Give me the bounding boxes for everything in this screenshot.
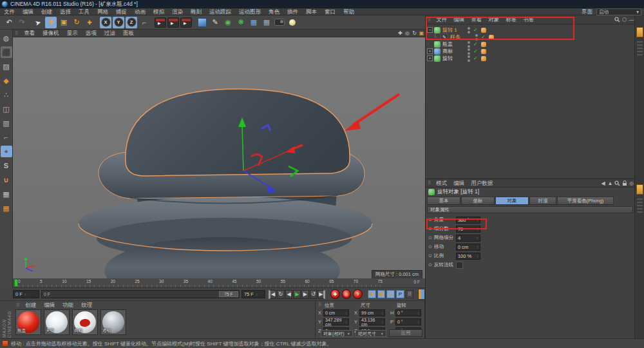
menubar-item[interactable]: 选择 — [56, 8, 75, 15]
stepper-icon[interactable]: ↕ — [417, 320, 419, 324]
object-row[interactable]: + 商标 ✓ — [427, 48, 633, 55]
playhead[interactable] — [14, 279, 18, 287]
enabled-check-icon[interactable]: ✓ — [473, 41, 478, 47]
visibility-dots-icon[interactable] — [475, 34, 478, 41]
key-dot-icon[interactable]: ⊙ — [428, 262, 432, 267]
add-environment-button[interactable]: ▦ — [261, 17, 272, 28]
viewport-menu-item[interactable]: 显示 — [63, 30, 82, 37]
lock-icon[interactable] — [621, 180, 628, 187]
menubar-item[interactable]: 窗口 — [321, 8, 339, 15]
mesh-subdivision-field[interactable]: 4↕ — [456, 235, 480, 242]
phong-tag-icon[interactable] — [489, 35, 494, 40]
object-axis-mode-button[interactable]: ⌐ — [1, 131, 12, 143]
stepper-icon[interactable]: ↕ — [345, 311, 347, 315]
key-scale-toggle[interactable]: ▣ — [377, 290, 386, 298]
magnet-tool-button[interactable]: ∪ — [1, 174, 12, 186]
timeline-ruler[interactable]: 051015202530354045505560657075 0 F — [13, 278, 425, 288]
range-end-handle[interactable]: 75 F — [219, 291, 238, 297]
stepper-icon[interactable]: ↕ — [477, 236, 478, 240]
key-parameter-toggle[interactable]: P — [396, 290, 404, 298]
object-manager-menu-item[interactable]: 查看 — [468, 16, 485, 23]
visibility-dots-icon[interactable] — [467, 27, 471, 34]
object-manager-menu-item[interactable]: 文件 — [433, 16, 450, 23]
material-menu-item[interactable]: 功能 — [59, 302, 77, 309]
expand-expander-icon[interactable]: + — [427, 55, 433, 61]
visibility-dots-icon[interactable] — [467, 55, 471, 62]
live-selection-tool[interactable]: ➤ — [31, 15, 45, 29]
toggle-view-icon[interactable]: ▣ — [418, 30, 425, 37]
menubar-item[interactable]: 插件 — [283, 8, 302, 15]
menubar-item[interactable]: 帮助 — [339, 8, 358, 15]
viewport-menu-item[interactable]: 面板 — [119, 30, 138, 37]
coordinate-system-toggle[interactable]: ⌐ — [138, 17, 150, 28]
content-browser-tab-icon[interactable] — [636, 27, 643, 37]
tab-caps[interactable]: 封顶 — [529, 197, 556, 205]
object-row[interactable]: + 旋转 ✓ — [427, 55, 633, 62]
viewport-menu-item[interactable]: 摄像机 — [39, 30, 63, 37]
stepper-icon[interactable]: ↕ — [381, 311, 383, 315]
search-icon[interactable] — [614, 16, 621, 23]
material-menu-item[interactable]: 编辑 — [40, 302, 59, 309]
menubar-item[interactable]: 动画 — [131, 8, 149, 15]
enabled-check-icon[interactable]: ✓ — [473, 55, 478, 61]
layout-select[interactable]: 启动 ▾ — [596, 8, 641, 15]
apply-button[interactable]: 应用 — [389, 329, 422, 337]
material-item[interactable]: 天空 — [44, 309, 70, 335]
stepper-icon[interactable]: ↕ — [345, 320, 347, 324]
material-menu-item[interactable]: 创建 — [21, 302, 40, 309]
timeline-palette-icon[interactable] — [418, 289, 425, 300]
object-row[interactable]: · 瓶盖 ✓ — [427, 41, 633, 48]
viewport-menu-item[interactable]: 查看 — [20, 30, 39, 37]
object-manager-menu-item[interactable]: 书签 — [520, 16, 537, 23]
polygons-mode-button[interactable]: ▥ — [1, 117, 12, 129]
material-item[interactable]: 透明 — [100, 309, 126, 335]
coord-mode-dropdown[interactable]: 对象(相对)▼ — [321, 330, 353, 337]
menubar-item[interactable]: 编辑 — [19, 8, 37, 15]
go-to-end-button[interactable]: ▶ — [317, 290, 325, 299]
cycle-button[interactable]: ↺ — [310, 290, 317, 299]
stepper-icon[interactable]: ↕ — [477, 218, 478, 222]
stepper-icon[interactable]: ↕ — [417, 311, 419, 315]
menubar-item[interactable]: 运动跟踪 — [205, 8, 235, 15]
structure-tab-icon[interactable] — [636, 184, 643, 195]
last-tool-crosshair[interactable]: ✚ — [84, 17, 95, 28]
axis-y-toggle[interactable]: Y — [113, 17, 124, 28]
keyframe-selection-button[interactable]: ? — [353, 289, 363, 299]
record-keyframe-button[interactable]: ✚ — [330, 289, 340, 299]
key-dot-icon[interactable]: ⊙ — [428, 235, 432, 240]
attribute-manager-menu-item[interactable]: 编辑 — [450, 180, 468, 187]
stepper-icon[interactable]: ↕ — [477, 254, 478, 258]
movement-field[interactable]: 0 cm↕ — [456, 244, 480, 251]
axis-z-toggle[interactable]: Z — [126, 17, 137, 28]
phong-tag-icon[interactable] — [481, 56, 486, 61]
tab-basic[interactable]: 基本 — [427, 197, 460, 205]
position-x-field[interactable]: 0 cm↕ — [323, 309, 349, 316]
add-camera-button[interactable] — [274, 17, 285, 28]
key-rotation-toggle[interactable]: ↻ — [386, 290, 395, 298]
phong-tag-icon[interactable] — [481, 42, 486, 47]
visibility-dots-icon[interactable] — [467, 41, 471, 48]
viewport-solo-button[interactable]: ⌖ — [1, 146, 12, 157]
menubar-item[interactable]: 文件 — [0, 8, 19, 15]
stepper-icon[interactable]: ↕ — [24, 293, 26, 296]
key-dot-icon[interactable]: ⊙ — [428, 253, 432, 258]
go-to-start-button[interactable]: ◀ — [269, 290, 276, 299]
flip-normals-checkbox[interactable] — [456, 262, 463, 269]
visibility-dots-icon[interactable] — [467, 48, 471, 55]
previous-frame-button[interactable]: ◀ — [285, 290, 293, 299]
enabled-check-icon[interactable]: ✓ — [473, 27, 478, 33]
viewport-menu-item[interactable]: 选项 — [82, 30, 100, 37]
collapse-expander-icon[interactable]: − — [427, 27, 433, 33]
tab-phong[interactable]: 平滑着色(Phong) — [557, 197, 614, 205]
enabled-check-icon[interactable]: ✓ — [473, 48, 478, 54]
scale-tool[interactable]: ▣ — [58, 17, 70, 28]
tab-coordinates[interactable]: 坐标 — [461, 197, 495, 205]
material-item[interactable]: 商标 — [72, 309, 98, 335]
points-mode-button[interactable]: ∴ — [1, 89, 12, 101]
viewport[interactable] — [13, 37, 425, 278]
frame-range-slider[interactable]: 0 F 75 F — [41, 290, 240, 298]
history-up-icon[interactable]: ▲ — [607, 180, 614, 187]
attribute-section-header[interactable]: 对象属性 — [427, 206, 633, 213]
key-position-toggle[interactable]: ✚ — [368, 290, 376, 298]
menubar-item[interactable]: 工具 — [75, 8, 93, 15]
